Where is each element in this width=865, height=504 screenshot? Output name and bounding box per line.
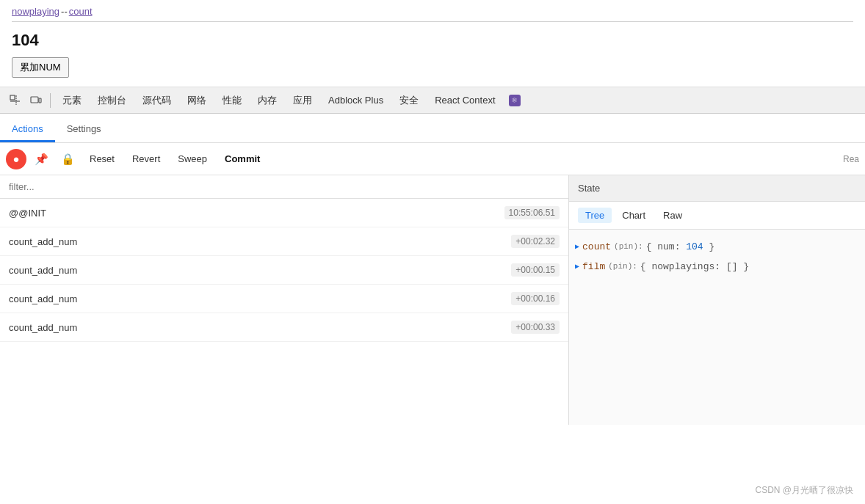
tab-network[interactable]: 网络: [180, 87, 214, 114]
pin-button[interactable]: 📌: [29, 147, 53, 171]
state-tab-tree[interactable]: Tree: [578, 208, 612, 223]
tree-arrow-count[interactable]: ▶: [575, 241, 579, 254]
tab-elements[interactable]: 元素: [55, 87, 89, 114]
tab-actions[interactable]: Actions: [0, 117, 55, 142]
state-header: State: [569, 175, 865, 202]
tree-pin-film: (pin):: [608, 260, 637, 274]
breadcrumb: nowplaying -- count: [12, 6, 853, 22]
action-name: count_add_num: [9, 322, 77, 333]
toolbar-right-text: Rea: [843, 154, 859, 164]
state-tab-chart[interactable]: Chart: [615, 208, 653, 223]
tab-separator: [50, 93, 51, 108]
svg-rect-0: [10, 95, 15, 100]
breadcrumb-nowplaying[interactable]: nowplaying: [12, 6, 59, 17]
state-content: ▶ count (pin): { num: 104 } ▶ film (pin)…: [569, 230, 865, 285]
top-section: nowplaying -- count 104 累加NUM: [0, 0, 865, 87]
react-ext-icon: ⚛: [509, 95, 521, 106]
state-tabs: Tree Chart Raw: [569, 202, 865, 230]
commit-button[interactable]: Commit: [217, 150, 267, 167]
tab-memory[interactable]: 内存: [250, 87, 284, 114]
action-list: @@INIT10:55:06.51count_add_num+00:02.32c…: [0, 199, 568, 425]
tab-react-context[interactable]: React Context: [427, 87, 502, 114]
inspect-element-icon[interactable]: [6, 91, 25, 110]
toolbar-row: ● 📌 🔒 Reset Revert Sweep Commit Rea: [0, 143, 865, 175]
tree-value-count: { num: 104 }: [646, 238, 715, 255]
tree-arrow-film[interactable]: ▶: [575, 260, 579, 274]
devtools-tabs-bar: 元素 控制台 源代码 网络 性能 内存 应用 Adblock Plus 安全 R…: [0, 87, 865, 114]
action-row[interactable]: count_add_num+00:00.33: [0, 313, 568, 342]
action-name: @@INIT: [9, 208, 46, 219]
lock-button[interactable]: 🔒: [56, 147, 79, 171]
action-row[interactable]: count_add_num+00:00.16: [0, 285, 568, 313]
svg-rect-4: [39, 98, 41, 103]
action-row[interactable]: count_add_num+00:00.15: [0, 256, 568, 285]
actions-tabs-row: Actions Settings: [0, 114, 865, 143]
tree-key-film: film: [582, 258, 605, 275]
action-time: +00:00.15: [511, 263, 560, 277]
action-time: +00:00.16: [511, 292, 560, 305]
tree-value-film: { nowplayings: [] }: [640, 258, 749, 275]
device-toggle-icon[interactable]: [26, 91, 46, 110]
tab-security[interactable]: 安全: [392, 87, 426, 114]
panel-body: @@INIT10:55:06.51count_add_num+00:02.32c…: [0, 175, 865, 425]
action-time: +00:02.32: [511, 235, 560, 248]
right-panel: State Tree Chart Raw ▶ count (pin): { nu…: [569, 175, 865, 425]
tree-pin-count: (pin):: [614, 240, 643, 255]
devtools-panel: 元素 控制台 源代码 网络 性能 内存 应用 Adblock Plus 安全 R…: [0, 87, 865, 425]
state-tab-raw[interactable]: Raw: [656, 208, 690, 223]
count-value: 104: [12, 31, 853, 50]
svg-rect-3: [31, 97, 38, 103]
tab-performance[interactable]: 性能: [215, 87, 249, 114]
add-num-button[interactable]: 累加NUM: [12, 57, 69, 78]
breadcrumb-count[interactable]: count: [69, 6, 93, 17]
breadcrumb-sep: --: [61, 6, 68, 17]
tab-settings[interactable]: Settings: [55, 117, 113, 142]
tab-console[interactable]: 控制台: [90, 87, 134, 114]
revert-button[interactable]: Revert: [125, 150, 167, 167]
action-time: 10:55:06.51: [504, 206, 560, 219]
left-panel: @@INIT10:55:06.51count_add_num+00:02.32c…: [0, 175, 569, 425]
action-row[interactable]: count_add_num+00:02.32: [0, 227, 568, 256]
tree-row-film: ▶ film (pin): { nowplayings: [] }: [575, 257, 859, 277]
tree-row-count: ▶ count (pin): { num: 104 }: [575, 237, 859, 257]
tab-application[interactable]: 应用: [286, 87, 319, 114]
watermark: CSDN @月光晒了很凉快: [755, 484, 853, 497]
action-name: count_add_num: [9, 265, 77, 276]
record-button[interactable]: ●: [6, 149, 26, 169]
reset-button[interactable]: Reset: [82, 150, 122, 167]
action-name: count_add_num: [9, 236, 77, 247]
action-time: +00:00.33: [511, 321, 560, 334]
action-row[interactable]: @@INIT10:55:06.51: [0, 199, 568, 227]
tab-source[interactable]: 源代码: [135, 87, 178, 114]
tab-adblock[interactable]: Adblock Plus: [321, 87, 391, 114]
sweep-button[interactable]: Sweep: [170, 150, 214, 167]
action-name: count_add_num: [9, 293, 77, 304]
tree-key-count: count: [582, 238, 611, 255]
filter-input[interactable]: [0, 175, 568, 199]
